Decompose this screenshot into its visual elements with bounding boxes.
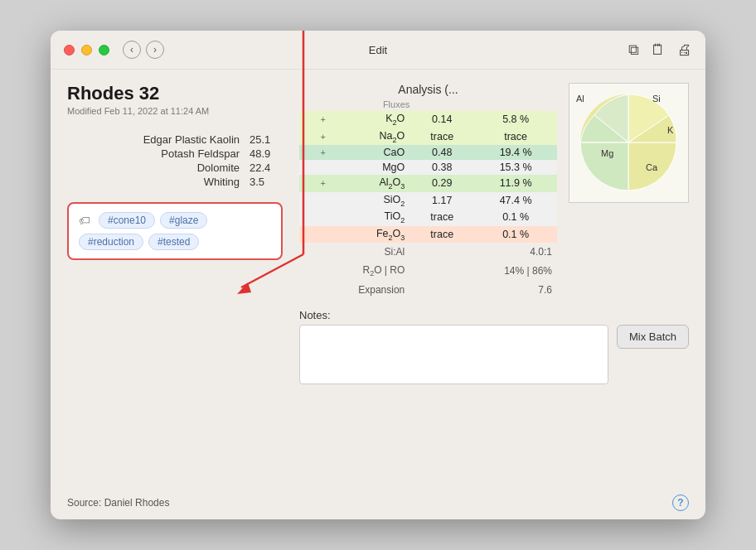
nav-back-button[interactable]: ‹: [123, 41, 141, 59]
table-row: Whiting 3.5: [67, 175, 283, 189]
stat-label: Expansion: [299, 281, 410, 299]
percent-cell: 0.1 %: [474, 226, 557, 244]
recipe-title: Rhodes 32: [67, 83, 283, 104]
value-cell: trace: [410, 226, 474, 244]
close-button[interactable]: [64, 45, 75, 55]
percent-cell: 5.8 %: [474, 111, 557, 128]
bottom-row: Source: Daniel Rhodes ?: [51, 490, 705, 519]
tags-section: 🏷 #cone10 #glaze #reduction #tested: [67, 202, 283, 260]
svg-text:Al: Al: [576, 94, 584, 104]
maximize-button[interactable]: [99, 45, 109, 55]
formula-cell: CaO: [331, 145, 410, 160]
nav-forward-button[interactable]: ›: [146, 41, 164, 59]
formula-cell: MgO: [331, 160, 410, 175]
notes-textarea[interactable]: [299, 325, 608, 384]
value-cell: 0.38: [410, 160, 474, 175]
traffic-lights: [64, 45, 109, 55]
table-row: Potash Feldspar 48.9: [67, 147, 283, 161]
table-row: TiO2 trace 0.1 %: [299, 209, 557, 226]
stat-value: 7.6: [410, 281, 557, 299]
ingredients-table: Edgar Plastic Kaolin 25.1 Potash Feldspa…: [67, 133, 283, 189]
ingredient-name: Edgar Plastic Kaolin: [67, 133, 250, 146]
toolbar-right: ⧉ 🗒 🖨: [628, 41, 692, 59]
tag-glaze[interactable]: #glaze: [160, 212, 207, 229]
analysis-table: Fluxes + K2O 0.14 5.8 %: [299, 99, 557, 299]
svg-text:Ca: Ca: [646, 162, 658, 172]
notes-input-row: Mix Batch: [299, 325, 689, 388]
notes-area-container: [299, 325, 608, 388]
stat-row: R2O | RO 14% | 86%: [299, 261, 557, 281]
print-icon[interactable]: 🖨: [677, 41, 692, 59]
note-icon[interactable]: 🗒: [651, 41, 666, 59]
formula-cell: Fe2O3: [331, 226, 410, 244]
analysis-row: Analysis (... Fluxes +: [299, 83, 689, 299]
table-row: SiO2 1.17 47.4 %: [299, 192, 557, 210]
value-cell: trace: [410, 128, 474, 146]
table-row: + Al2O3 0.29 11.9 %: [299, 175, 557, 192]
ingredient-amount: 25.1: [250, 133, 283, 146]
notes-section: Notes: Mix Batch: [299, 309, 689, 388]
percent-cell: 47.4 %: [474, 192, 557, 210]
stat-value: 14% | 86%: [410, 261, 557, 281]
copy-icon[interactable]: ⧉: [628, 41, 639, 59]
help-icon[interactable]: ?: [672, 495, 689, 511]
value-cell: trace: [410, 209, 474, 226]
table-row: Edgar Plastic Kaolin 25.1: [67, 133, 283, 147]
ingredient-name: Whiting: [67, 176, 250, 188]
formula-cell: SiO2: [331, 192, 410, 210]
formula-prefix: +: [299, 128, 331, 146]
main-content: Rhodes 32 Modified Feb 11, 2022 at 11:24…: [51, 70, 705, 490]
minimize-button[interactable]: [81, 45, 92, 55]
formula-cell: Na2O: [331, 128, 410, 146]
percent-cell: 15.3 %: [474, 160, 557, 175]
analysis-title: Analysis (...: [299, 83, 557, 96]
percent-cell: 11.9 %: [474, 175, 557, 192]
formula-cell: K2O: [331, 111, 410, 128]
percent-header: [474, 99, 557, 111]
ingredient-amount: 48.9: [250, 147, 283, 160]
stat-row: Si:Al 4.0:1: [299, 243, 557, 261]
svg-text:Mg: Mg: [601, 148, 613, 158]
mix-batch-button[interactable]: Mix Batch: [617, 325, 689, 349]
table-row: + K2O 0.14 5.8 %: [299, 111, 557, 128]
formula-prefix: +: [299, 175, 331, 192]
formula-cell: TiO2: [331, 209, 410, 226]
value-cell: 0.14: [410, 111, 474, 128]
formula-cell: Al2O3: [331, 175, 410, 192]
pie-chart-svg: Al Si K Mg Ca: [569, 84, 688, 202]
stat-label: Si:Al: [299, 243, 410, 261]
pie-chart: Al Si K Mg Ca: [569, 83, 689, 203]
table-row: MgO 0.38 15.3 %: [299, 160, 557, 175]
fluxes-header: Fluxes: [299, 99, 410, 111]
formula-prefix: +: [299, 145, 331, 160]
value-header: [410, 99, 474, 111]
formula-prefix: [299, 160, 331, 175]
svg-text:Si: Si: [652, 94, 661, 104]
value-cell: 1.17: [410, 192, 474, 210]
right-panel: Analysis (... Fluxes +: [299, 83, 689, 476]
tag-icon: 🏷: [79, 214, 90, 227]
formula-prefix: [299, 209, 331, 226]
percent-cell: 0.1 %: [474, 209, 557, 226]
notes-label: Notes:: [299, 309, 689, 321]
ingredient-name: Potash Feldspar: [67, 147, 250, 160]
formula-prefix: [299, 192, 331, 210]
tag-reduction[interactable]: #reduction: [79, 234, 143, 250]
stat-row: Expansion 7.6: [299, 281, 557, 299]
stat-value: 4.0:1: [410, 243, 557, 261]
left-panel: Rhodes 32 Modified Feb 11, 2022 at 11:24…: [67, 83, 283, 476]
tag-cone10[interactable]: #cone10: [99, 212, 155, 229]
table-row: + Na2O trace trace: [299, 128, 557, 146]
table-row: Fe2O3 trace 0.1 %: [299, 226, 557, 244]
table-row: Dolomite 22.4: [67, 161, 283, 175]
titlebar: ‹ › Edit ⧉ 🗒 🖨: [51, 31, 705, 70]
ingredient-amount: 22.4: [250, 162, 283, 174]
stat-label: R2O | RO: [299, 261, 410, 281]
analysis-section: Analysis (... Fluxes +: [299, 83, 557, 299]
source-text: Source: Daniel Rhodes: [67, 497, 169, 509]
value-cell: 0.48: [410, 145, 474, 160]
tag-tested[interactable]: #tested: [148, 234, 199, 250]
formula-prefix: +: [299, 111, 331, 128]
recipe-modified: Modified Feb 11, 2022 at 11:24 AM: [67, 106, 283, 116]
window-title: Edit: [369, 44, 387, 56]
